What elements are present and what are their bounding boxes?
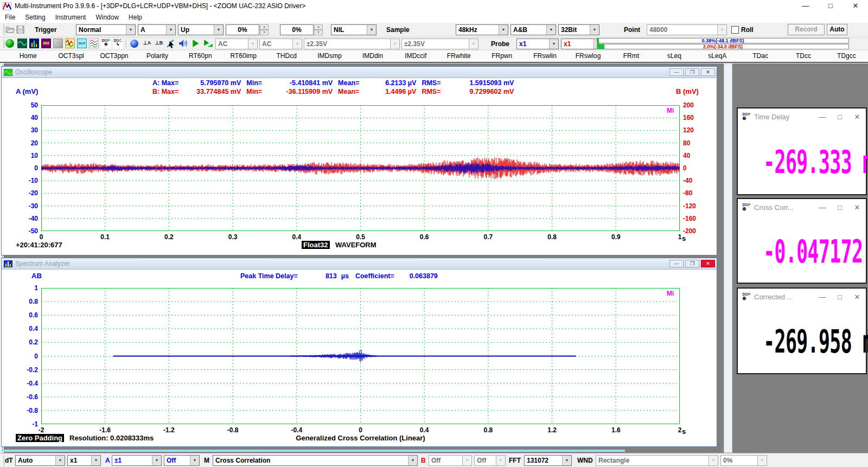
tab-home[interactable]: Home [7,50,49,62]
axis-tick: 2 [668,426,692,434]
maximize-button[interactable]: □ [831,113,848,121]
menu-setting[interactable]: Setting [20,12,50,23]
oscilloscope-titlebar[interactable]: Oscilloscope — ❒ ✕ [2,67,717,78]
tab-imdsmp[interactable]: IMDsmp [308,50,351,62]
probe-a-select[interactable]: x1▼ [516,39,559,49]
trigger-delay-stepper[interactable]: 0%▲▼ [280,24,323,35]
trigger-mode-select[interactable]: Normal▼ [76,24,136,35]
run-icon[interactable] [5,39,14,48]
tab-frswlog[interactable]: FRswlog [566,50,609,62]
menu-help[interactable]: Help [124,12,147,23]
open-file-icon[interactable] [5,25,15,34]
minimize-button[interactable]: — [814,113,831,121]
app-titlebar[interactable]: Multi-Instrument Pro 3.9.9.6 - [+3DP+DLG… [0,0,868,12]
data-logger-icon[interactable]: DDC↳ [113,39,123,48]
trigger-source-select[interactable]: A▼ [138,24,176,35]
toolbar-grip[interactable] [1,455,4,466]
gcc-plot[interactable] [41,288,680,424]
minimize-button[interactable]: — [793,0,818,12]
device-test-plan-icon[interactable]: DUT [77,39,87,48]
magnifier-icon: ⊕ [741,296,752,301]
maximize-button[interactable]: □ [831,293,848,301]
ddp-viewer-icon[interactable]: DDP⊕ [101,39,111,48]
minimize-button[interactable]: — [669,68,684,76]
tab-imddin[interactable]: IMDdin [351,50,394,62]
mini-window-title: Cross Corr... [754,203,814,212]
trigger-coupling-select[interactable]: NIL▼ [331,24,376,35]
signal-generator-icon[interactable] [65,39,75,48]
scope-plot[interactable] [41,105,680,231]
tab-sleq[interactable]: sLeq [653,50,695,62]
oscilloscope-tool-icon[interactable] [17,39,27,48]
auto-button[interactable]: Auto [827,24,847,35]
minimize-button[interactable]: — [814,293,831,301]
signal-processing-icon[interactable] [130,40,138,48]
mini-titlebar[interactable]: DDP⊕Cross Corr...—□✕ [738,199,866,215]
close-button[interactable]: ✕ [701,260,715,267]
dt-label: dT [5,455,13,466]
derived-data-curve-icon[interactable] [89,39,99,48]
a-range-select[interactable]: ±1▼ [112,455,162,466]
spin-down-icon: ▼ [314,30,323,35]
toolbar-grip[interactable] [1,39,4,48]
tab-thdcd[interactable]: THDcd [265,50,308,62]
close-button[interactable]: ✕ [701,68,715,76]
maximize-button[interactable]: □ [831,203,848,212]
tab-tdac[interactable]: TDac [739,50,782,62]
spectrum-analyzer-tool-icon[interactable] [29,39,39,48]
dt-mode-select[interactable]: Auto▼ [15,455,65,466]
tab-rt60imp[interactable]: RT60imp [222,50,265,62]
close-button[interactable]: ✕ [848,293,866,301]
tab-tdcc[interactable]: TDcc [782,50,825,62]
range-a-select: ±2.35V▼ [304,39,400,49]
tab-frwhite[interactable]: FRwhite [437,50,480,62]
channel-select[interactable]: A&B▼ [510,24,556,35]
zoom-select[interactable]: x1▼ [67,455,101,466]
mini-titlebar[interactable]: DDP⊕Time Delay—□✕ [738,108,866,125]
minimize-button[interactable]: — [669,260,684,267]
toolbar-grip[interactable] [1,24,4,35]
save-icon[interactable] [16,25,25,34]
scope-format-badge: Float32 [302,241,330,249]
close-button[interactable]: ✕ [843,0,868,12]
minimize-button[interactable]: — [814,203,831,212]
spectrum-3d-plot-icon[interactable] [53,39,63,48]
restore-button[interactable]: ❒ [685,260,699,267]
run-single-icon[interactable] [191,39,201,48]
restore-button[interactable]: ❒ [685,68,699,76]
mini-titlebar[interactable]: DDP⊕Corrected ...—□✕ [738,289,866,305]
spectrum-titlebar[interactable]: Spectrum Analyzer — ❒ ✕ [2,258,717,270]
bit-depth-select[interactable]: 32Bit▼ [558,24,599,35]
tab-tdgcc[interactable]: TDgcc [825,50,868,62]
roll-checkbox[interactable]: Roll [731,24,754,35]
fft-size-select[interactable]: 131072▼ [524,455,572,466]
tab-polarity[interactable]: Polarity [136,50,178,62]
cursor-reader-icon[interactable] [166,39,176,48]
maximize-button[interactable]: □ [818,0,843,12]
tab-oct3spl[interactable]: OCT3spl [49,50,92,62]
tab-frmt[interactable]: FRmt [610,50,653,62]
run-loop-icon[interactable] [203,39,213,48]
oscilloscope-icon [4,69,12,76]
multimeter-icon[interactable]: 888 [41,39,51,48]
close-button[interactable]: ✕ [848,113,866,121]
tab-oct3ppn[interactable]: OCT3ppn [93,50,136,62]
calibration-b-icon[interactable]: ⊥B [154,39,164,48]
tab-frswlin[interactable]: FRswlin [524,50,566,62]
calibration-a-icon[interactable]: ⊥A [142,39,152,48]
math-mode-select[interactable]: Cross Correlation▼ [213,455,418,466]
tab-imdccif[interactable]: IMDccif [394,50,437,62]
menu-window[interactable]: Window [91,12,124,23]
a-mode-select[interactable]: Off▼ [164,455,200,466]
tab-frpwn[interactable]: FRpwn [480,50,523,62]
trigger-level-stepper[interactable]: 0%▲▼ [226,24,269,35]
mdi-scrollbar[interactable] [724,63,732,453]
sound-device-icon[interactable] [178,39,188,48]
tab-rt60pn[interactable]: RT60pn [179,50,222,62]
trigger-edge-select[interactable]: Up▼ [178,24,224,35]
close-button[interactable]: ✕ [848,203,866,212]
sample-rate-select[interactable]: 48kHz▼ [456,24,508,35]
menu-instrument[interactable]: Instrument [50,12,91,23]
menu-file[interactable]: File [0,12,20,23]
tab-sleqa[interactable]: sLeqA [696,50,739,62]
